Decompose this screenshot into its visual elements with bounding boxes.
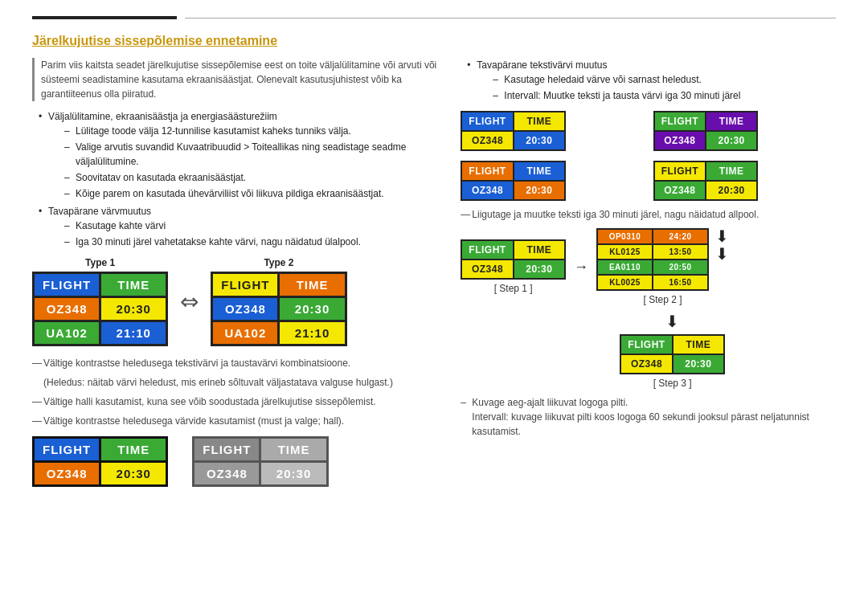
time-val2-cell: 21:10 bbox=[101, 322, 166, 344]
black-board-container: FLIGHT TIME OZ348 20:30 bbox=[32, 436, 168, 487]
header-line bbox=[32, 16, 836, 19]
time-val-cell: 20:30 bbox=[101, 298, 166, 320]
main-bullet-list: Väljalülitamine, ekraanisäästja ja energ… bbox=[32, 109, 444, 249]
flt-hdr-g: FLIGHT bbox=[655, 112, 705, 130]
time-val-grey: 20:30 bbox=[261, 463, 326, 484]
steps-row: FLIGHT TIME OZ348 20:30 [ Step 1 ] → OP0… bbox=[461, 228, 836, 305]
intro-text: Parim viis kaitsta seadet järelkujutise … bbox=[32, 58, 444, 101]
bottom-boards-row: FLIGHT TIME OZ348 20:30 FLIGHT TIME OZ34… bbox=[32, 436, 444, 487]
time-hdr-black: TIME bbox=[101, 439, 166, 460]
step3-tm: TIME bbox=[674, 336, 723, 353]
time-val-black: 20:30 bbox=[101, 463, 166, 484]
step2-container: OP0310 24:20 KL0125 13:50 EA0110 20:50 bbox=[596, 228, 729, 305]
flight-hdr-grey: FLIGHT bbox=[194, 439, 259, 460]
type1-block: Type 1 FLIGHT TIME OZ348 20:30 UA102 21:… bbox=[32, 257, 168, 346]
oz-val: OZ348 bbox=[462, 132, 512, 149]
right-dash-2: Intervall: Muutke teksti ja tausta värvi… bbox=[493, 88, 836, 103]
dash-item: Kasutage kahte värvi bbox=[64, 219, 444, 233]
dash-item: Soovitatav on kasutada ekraanisäästjat. bbox=[64, 170, 444, 185]
flight-header-cell: FLIGHT bbox=[35, 274, 99, 296]
right-boards-grid: FLIGHT TIME OZ348 20:30 FLIGHT TIME OZ34… bbox=[461, 111, 836, 201]
step1-oz: OZ348 bbox=[462, 260, 512, 278]
right-bullet-1: Tavapärane tekstivärvi muutus Kasutage h… bbox=[467, 58, 836, 103]
step1-board: FLIGHT TIME OZ348 20:30 bbox=[461, 239, 566, 280]
grey-board-container: FLIGHT TIME OZ348 20:30 bbox=[192, 436, 328, 487]
step3-board: FLIGHT TIME OZ348 20:30 bbox=[620, 334, 725, 374]
final-note-body: Intervall: kuvage liikuvat pilti koos lo… bbox=[472, 411, 809, 437]
flt-hdr: FLIGHT bbox=[462, 112, 512, 130]
warning-3: Vältige kontrastse heledusega värvide ka… bbox=[32, 414, 444, 428]
final-note-title: Kuvage aeg-ajalt liikuvat logoga pilti. bbox=[472, 397, 628, 408]
dash-item: Iga 30 minuti järel vahetatakse kahte vä… bbox=[64, 235, 444, 249]
type2-label: Type 2 bbox=[264, 257, 293, 268]
step3-section: ⬇ FLIGHT TIME OZ348 20:30 [ Step 3 ] bbox=[509, 312, 836, 389]
right-board-4: FLIGHT TIME OZ348 20:30 bbox=[653, 161, 836, 201]
left-column: Parim viis kaitsta seadet järelkujutise … bbox=[32, 58, 444, 487]
step3-flt: FLIGHT bbox=[621, 336, 671, 353]
step1-container: FLIGHT TIME OZ348 20:30 [ Step 1 ] bbox=[461, 239, 566, 294]
flt-hdr-y: FLIGHT bbox=[655, 162, 705, 180]
oz-val-gr: OZ348 bbox=[655, 182, 705, 199]
step2-r3c1: EA0110 bbox=[598, 260, 652, 274]
down-arrow-2: ⬇ bbox=[715, 246, 729, 262]
tm-hdr-gr: TIME bbox=[706, 162, 756, 180]
time-val2-cell-y: 21:10 bbox=[280, 322, 344, 344]
right-dash-1: Kasutage heledaid värve või sarnast hele… bbox=[493, 72, 836, 87]
down-arrows: ⬇ ⬇ bbox=[715, 228, 729, 262]
dash-item: Kõige parem on kasutada ühevärviliist võ… bbox=[64, 186, 444, 201]
right-column: Tavapärane tekstivärvi muutus Kasutage h… bbox=[461, 58, 836, 487]
warning-2: Vältige halli kasutamist, kuna see võib … bbox=[32, 394, 444, 409]
flight-header-cell-y: FLIGHT bbox=[213, 274, 277, 296]
oz348-grey: OZ348 bbox=[194, 463, 259, 484]
tm-hdr-p: TIME bbox=[706, 112, 756, 130]
tm-val-o: 20:30 bbox=[514, 182, 564, 199]
tm-val: 20:30 bbox=[514, 132, 564, 149]
final-note: Kuvage aeg-ajalt liikuvat logoga pilti. … bbox=[461, 395, 836, 439]
step1-flt: FLIGHT bbox=[462, 241, 512, 259]
type1-board: FLIGHT TIME OZ348 20:30 UA102 21:10 bbox=[32, 272, 168, 346]
right-board-3: FLIGHT TIME OZ348 20:30 bbox=[461, 161, 643, 201]
time-header-cell-o: TIME bbox=[280, 274, 344, 296]
warnings-section: Vältige kontrastse heledusega tekstivärv… bbox=[32, 356, 444, 428]
step2-r1c2: 24:20 bbox=[653, 230, 707, 243]
final-note-section: Kuvage aeg-ajalt liikuvat logoga pilti. … bbox=[461, 395, 836, 439]
oz348-black: OZ348 bbox=[35, 463, 99, 484]
warning-1: Vältige kontrastse heledusega tekstivärv… bbox=[32, 356, 444, 370]
tm-hdr: TIME bbox=[514, 112, 564, 130]
time-header-cell: TIME bbox=[101, 274, 166, 296]
right-note-2: Liigutage ja muutke teksti iga 30 minuti… bbox=[461, 207, 836, 222]
step1-label: [ Step 1 ] bbox=[461, 283, 566, 294]
section-title: Järelkujutise sissepõlemise ennetamine bbox=[32, 34, 836, 48]
type-comparison-row: Type 1 FLIGHT TIME OZ348 20:30 UA102 21:… bbox=[32, 257, 444, 346]
bullet-item-1: Väljalülitamine, ekraanisäästja ja energ… bbox=[39, 109, 444, 201]
right-bullet-list: Tavapärane tekstivärvi muutus Kasutage h… bbox=[461, 58, 836, 103]
board-orange-blue: FLIGHT TIME OZ348 20:30 bbox=[461, 161, 566, 201]
step2-r1c1: OP0310 bbox=[598, 230, 652, 243]
step2-r2c1: KL0125 bbox=[598, 245, 652, 259]
flight-hdr-black: FLIGHT bbox=[35, 439, 99, 460]
dash-item: Lülitage toode välja 12-tunnilise kasuta… bbox=[64, 124, 444, 138]
tm-val-g: 20:30 bbox=[706, 132, 756, 149]
dash-item: Valige arvutis suvandid Kuvaatribuudid >… bbox=[64, 140, 444, 169]
board-blue-yellow: FLIGHT TIME OZ348 20:30 bbox=[461, 111, 566, 151]
right-board-2: FLIGHT TIME OZ348 20:30 bbox=[653, 111, 836, 151]
down-arrow-1: ⬇ bbox=[715, 228, 729, 244]
ua102-cell: UA102 bbox=[35, 322, 99, 344]
black-board: FLIGHT TIME OZ348 20:30 bbox=[32, 436, 168, 487]
right-board-1: FLIGHT TIME OZ348 20:30 bbox=[461, 111, 643, 151]
step3-oz: OZ348 bbox=[621, 355, 671, 373]
step2-label: [ Step 2 ] bbox=[596, 294, 729, 305]
step2-r3c2: 20:50 bbox=[653, 260, 707, 274]
tm-hdr-b: TIME bbox=[514, 162, 564, 180]
time-hdr-grey: TIME bbox=[261, 439, 326, 460]
type1-label: Type 1 bbox=[85, 257, 115, 268]
swap-arrow-icon: ⇔ bbox=[180, 288, 199, 315]
step2-board: OP0310 24:20 KL0125 13:50 EA0110 20:50 bbox=[596, 228, 709, 291]
step2-r4c2: 16:50 bbox=[653, 276, 707, 289]
time-val-cell-g: 20:30 bbox=[280, 298, 344, 320]
step3-tmv: 20:30 bbox=[674, 355, 723, 373]
step-right-arrow: → bbox=[574, 259, 588, 276]
step2-r2c2: 13:50 bbox=[653, 245, 707, 259]
step1-tm: TIME bbox=[514, 241, 564, 259]
step3-label: [ Step 3 ] bbox=[653, 378, 692, 389]
